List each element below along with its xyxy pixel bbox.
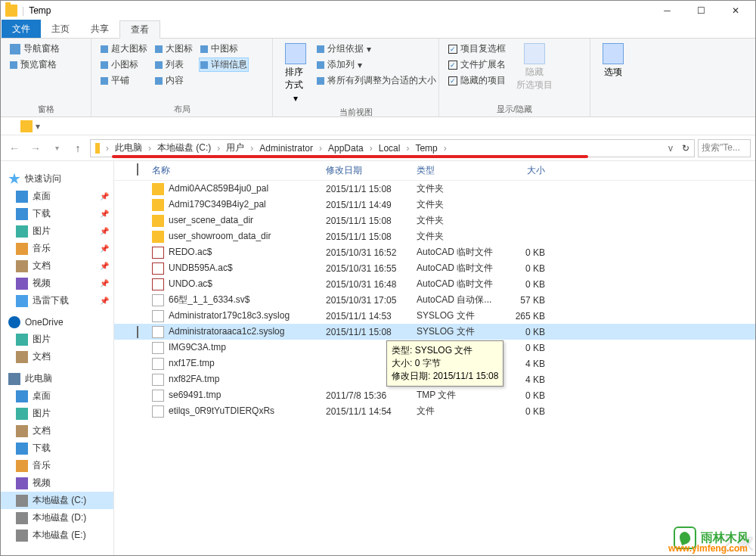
ribbon-tabs: 文件 主页 共享 查看: [1, 20, 755, 39]
sort-by-button[interactable]: 排序方式▾: [280, 42, 311, 105]
col-header-date[interactable]: 修改日期: [326, 164, 417, 177]
options-button[interactable]: 选项: [598, 42, 628, 104]
group-by-button[interactable]: 分组依据 ▾: [315, 42, 438, 56]
tab-file[interactable]: 文件: [2, 20, 41, 38]
sidebar-thunder[interactable]: 迅雷下载📌: [1, 292, 113, 309]
recent-button[interactable]: ▾: [48, 139, 66, 157]
column-headers[interactable]: 名称 修改日期 类型 大小: [114, 161, 755, 181]
sidebar-pc-documents[interactable]: 文档: [1, 422, 113, 440]
crumb-local[interactable]: Local: [374, 140, 405, 157]
col-header-name[interactable]: 名称: [152, 164, 326, 177]
sidebar-od-pictures[interactable]: 图片: [1, 331, 113, 348]
hide-selected-button[interactable]: 隐藏 所选项目: [512, 42, 557, 102]
nav-pane-button[interactable]: 导航窗格: [8, 42, 61, 56]
tab-home[interactable]: 主页: [41, 20, 80, 38]
folder-icon: [152, 199, 164, 211]
layout-tiles[interactable]: 平铺: [99, 73, 149, 88]
layout-sm-icons[interactable]: 小图标: [99, 57, 149, 72]
ribbon: 导航窗格 预览窗格 详细信息窗格 窗格 超大图标 小图标 平铺 大图标 列表 内…: [1, 39, 755, 117]
file-row[interactable]: user_showroom_data_dir2015/11/1 15:08文件夹: [114, 228, 755, 244]
back-button[interactable]: ←: [5, 139, 23, 157]
maximize-button[interactable]: ☐: [684, 1, 718, 20]
col-header-size[interactable]: 大小: [500, 164, 553, 177]
quick-access-toolbar: ▾: [1, 117, 755, 135]
pc-icon[interactable]: [91, 140, 104, 157]
qat-item[interactable]: [20, 120, 33, 132]
sidebar-videos[interactable]: 视频📌: [1, 275, 113, 292]
layout-lg-icons[interactable]: 大图标: [153, 42, 194, 56]
file-row[interactable]: user_scene_data_dir2015/11/1 15:08文件夹: [114, 213, 755, 228]
search-input[interactable]: 搜索"Te...: [698, 139, 751, 157]
sidebar-documents[interactable]: 文档📌: [1, 257, 113, 275]
hidden-items-toggle[interactable]: ✓隐藏的项目: [447, 73, 507, 88]
crumb-appdata[interactable]: AppData: [324, 140, 368, 157]
layout-content[interactable]: 内容: [153, 73, 194, 88]
sidebar-disk-e[interactable]: 本地磁盘 (E:): [1, 526, 113, 544]
layout-xl-icons[interactable]: 超大图标: [99, 42, 149, 56]
sidebar-pc-desktop[interactable]: 桌面: [1, 387, 113, 405]
sidebar-pictures[interactable]: 图片📌: [1, 222, 113, 240]
file-type: SYSLOG 文件: [417, 325, 500, 338]
sort-icon: [285, 43, 306, 64]
select-all-checkbox[interactable]: [137, 163, 138, 175]
col-header-type[interactable]: 类型: [417, 164, 500, 177]
sidebar-pc-pictures[interactable]: 图片: [1, 405, 113, 422]
crumb-temp[interactable]: Temp: [411, 140, 442, 157]
crumb-thispc[interactable]: 此电脑: [110, 140, 147, 157]
file-name: user_showroom_data_dir: [152, 231, 326, 243]
sidebar-disk-d[interactable]: 本地磁盘 (D:): [1, 509, 113, 526]
addr-dropdown[interactable]: v: [664, 140, 677, 157]
folder-icon[interactable]: [5, 120, 17, 132]
file-row[interactable]: etilqs_0R9tYuTDIERQxRs2015/11/1 14:54文件0…: [114, 403, 755, 419]
file-row[interactable]: Admi179C349B4iy2_pal2015/11/1 14:49文件夹: [114, 197, 755, 213]
layout-md-icons[interactable]: 中图标: [199, 42, 249, 56]
sidebar-quick-access[interactable]: 快速访问: [1, 170, 113, 188]
layout-details[interactable]: 详细信息: [199, 57, 249, 72]
sidebar-thispc[interactable]: 此电脑: [1, 370, 113, 387]
minimize-button[interactable]: ─: [650, 1, 684, 20]
item-checkboxes-toggle[interactable]: ✓项目复选框: [447, 42, 507, 56]
breadcrumb[interactable]: › 此电脑› 本地磁盘 (C:)› 用户› Administrator› App…: [90, 139, 695, 157]
acad-icon: [152, 247, 164, 259]
sidebar-pc-videos[interactable]: 视频: [1, 474, 113, 492]
sidebar-music[interactable]: 音乐📌: [1, 240, 113, 257]
forward-button[interactable]: →: [26, 139, 45, 157]
crumb-users[interactable]: 用户: [222, 140, 249, 157]
file-tooltip: 类型: SYSLOG 文件 大小: 0 字节 修改日期: 2015/11/1 1…: [386, 340, 503, 387]
file-row[interactable]: se69491.tmp2011/7/8 15:36TMP 文件0 KB: [114, 387, 755, 403]
sidebar-desktop[interactable]: 桌面📌: [1, 188, 113, 205]
sidebar-onedrive[interactable]: OneDrive: [1, 314, 113, 331]
file-row[interactable]: Admi0AAC859B4ju0_pal2015/11/1 15:08文件夹: [114, 181, 755, 197]
window-title: Temp: [29, 5, 650, 16]
file-row[interactable]: UNDB595A.ac$2015/10/31 16:55AutoCAD 临时文件…: [114, 260, 755, 276]
tab-view[interactable]: 查看: [119, 20, 160, 39]
sidebar[interactable]: 快速访问 桌面📌 下载📌 图片📌 音乐📌 文档📌 视频📌 迅雷下载📌 OneDr…: [1, 161, 114, 556]
file-row[interactable]: Administrator179c18c3.syslog2015/11/1 14…: [114, 308, 755, 324]
file-list[interactable]: 名称 修改日期 类型 大小 Admi0AAC859B4ju0_pal2015/1…: [114, 161, 755, 556]
sidebar-disk-c[interactable]: 本地磁盘 (C:): [1, 492, 113, 509]
crumb-c[interactable]: 本地磁盘 (C:): [153, 140, 215, 157]
tab-share[interactable]: 共享: [80, 20, 119, 38]
close-button[interactable]: ✕: [718, 1, 752, 20]
file-row[interactable]: REDO.ac$2015/10/31 16:52AutoCAD 临时文件0 KB: [114, 244, 755, 260]
preview-pane-button[interactable]: 预览窗格: [8, 57, 61, 72]
qat-dropdown[interactable]: ▾: [36, 121, 40, 132]
crumb-admin[interactable]: Administrator: [255, 140, 318, 157]
sidebar-pc-music[interactable]: 音乐: [1, 457, 113, 474]
file-row[interactable]: UNDO.ac$2015/10/31 16:48AutoCAD 临时文件0 KB: [114, 276, 755, 292]
file-type: AutoCAD 临时文件: [417, 278, 500, 290]
refresh-button[interactable]: ↻: [677, 140, 694, 157]
add-columns-button[interactable]: 添加列 ▾: [315, 57, 438, 72]
sidebar-od-documents[interactable]: 文档: [1, 348, 113, 365]
up-button[interactable]: ↑: [69, 139, 87, 157]
size-all-cols-button[interactable]: 将所有列调整为合适的大小: [315, 73, 438, 88]
layout-list[interactable]: 列表: [153, 57, 194, 72]
file-row[interactable]: 66型_1_1_6334.sv$2015/10/31 17:05AutoCAD …: [114, 292, 755, 308]
row-checkbox[interactable]: [137, 326, 138, 338]
file-date: 2011/7/8 15:36: [326, 390, 417, 401]
sidebar-downloads[interactable]: 下载📌: [1, 205, 113, 222]
file-ext-toggle[interactable]: ✓文件扩展名: [447, 57, 507, 72]
file-icon: [152, 358, 164, 370]
sidebar-pc-downloads[interactable]: 下载: [1, 440, 113, 457]
file-row[interactable]: Administratoraaca1c2.syslog2015/11/1 15:…: [114, 324, 755, 340]
